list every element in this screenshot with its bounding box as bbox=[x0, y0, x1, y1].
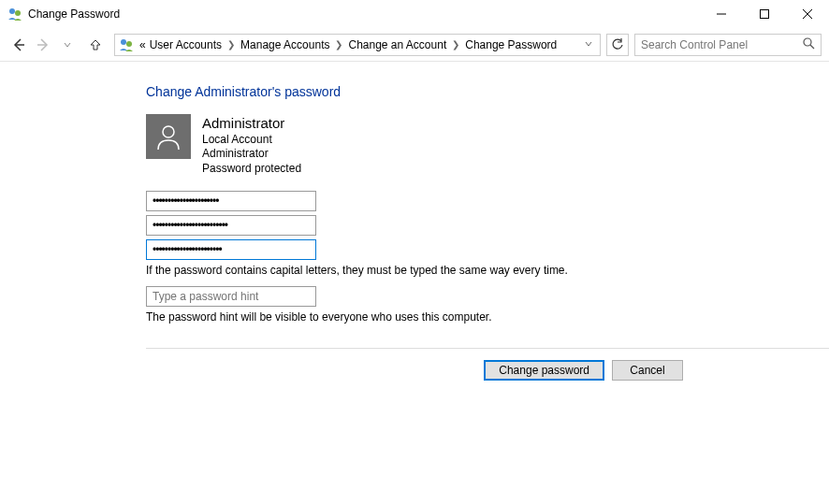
maximize-button[interactable] bbox=[743, 0, 786, 28]
account-type: Local Account bbox=[202, 133, 301, 148]
account-block: Administrator Local Account Administrato… bbox=[146, 114, 829, 176]
change-password-button[interactable]: Change password bbox=[484, 360, 604, 381]
breadcrumb-item[interactable]: User Accounts bbox=[148, 38, 224, 51]
confirm-password-input[interactable] bbox=[146, 239, 316, 260]
avatar bbox=[146, 114, 191, 159]
password-hint-input[interactable] bbox=[146, 286, 316, 307]
user-accounts-icon bbox=[7, 7, 22, 22]
chevron-right-icon[interactable]: ❯ bbox=[331, 39, 346, 50]
address-bar[interactable]: « User Accounts ❯ Manage Accounts ❯ Chan… bbox=[114, 34, 601, 56]
minimize-button[interactable] bbox=[700, 0, 743, 28]
cancel-button[interactable]: Cancel bbox=[612, 360, 683, 381]
window-controls bbox=[700, 0, 829, 28]
breadcrumb-prefix: « bbox=[138, 38, 148, 51]
refresh-button[interactable] bbox=[606, 34, 629, 56]
titlebar: Change Password bbox=[0, 0, 829, 28]
search-icon[interactable] bbox=[802, 36, 815, 52]
recent-dropdown[interactable] bbox=[56, 34, 79, 56]
svg-point-12 bbox=[163, 126, 174, 137]
new-password-input[interactable] bbox=[146, 215, 316, 236]
forward-button[interactable] bbox=[32, 34, 54, 56]
user-accounts-icon bbox=[119, 37, 134, 52]
svg-point-10 bbox=[804, 38, 811, 46]
svg-line-11 bbox=[810, 45, 814, 49]
svg-rect-3 bbox=[761, 10, 769, 19]
current-password-input[interactable] bbox=[146, 191, 316, 211]
content-area: Change Administrator's password Administ… bbox=[0, 62, 829, 381]
address-dropdown[interactable] bbox=[581, 39, 596, 50]
caps-note: If the password contains capital letters… bbox=[146, 264, 829, 277]
window-title: Change Password bbox=[28, 7, 700, 21]
back-button[interactable] bbox=[7, 34, 30, 56]
page-heading: Change Administrator's password bbox=[146, 84, 829, 99]
breadcrumb-item[interactable]: Change Password bbox=[463, 38, 559, 51]
button-bar: Change password Cancel bbox=[146, 348, 829, 381]
chevron-right-icon[interactable]: ❯ bbox=[448, 39, 463, 50]
navbar: « User Accounts ❯ Manage Accounts ❯ Chan… bbox=[0, 28, 829, 62]
svg-point-8 bbox=[121, 39, 126, 45]
breadcrumb-item[interactable]: Manage Accounts bbox=[239, 38, 331, 51]
account-info: Administrator Local Account Administrato… bbox=[202, 114, 301, 176]
account-status: Password protected bbox=[202, 162, 301, 177]
hint-note: The password hint will be visible to eve… bbox=[146, 310, 829, 324]
close-button[interactable] bbox=[786, 0, 829, 28]
chevron-right-icon[interactable]: ❯ bbox=[224, 39, 239, 50]
account-role: Administrator bbox=[202, 147, 301, 162]
up-button[interactable] bbox=[84, 34, 107, 56]
svg-point-0 bbox=[9, 8, 15, 14]
svg-point-9 bbox=[126, 41, 132, 47]
search-placeholder: Search Control Panel bbox=[641, 38, 802, 51]
breadcrumb-item[interactable]: Change an Account bbox=[346, 38, 448, 51]
search-input[interactable]: Search Control Panel bbox=[634, 34, 822, 56]
account-name: Administrator bbox=[202, 114, 301, 133]
svg-point-1 bbox=[15, 10, 21, 16]
